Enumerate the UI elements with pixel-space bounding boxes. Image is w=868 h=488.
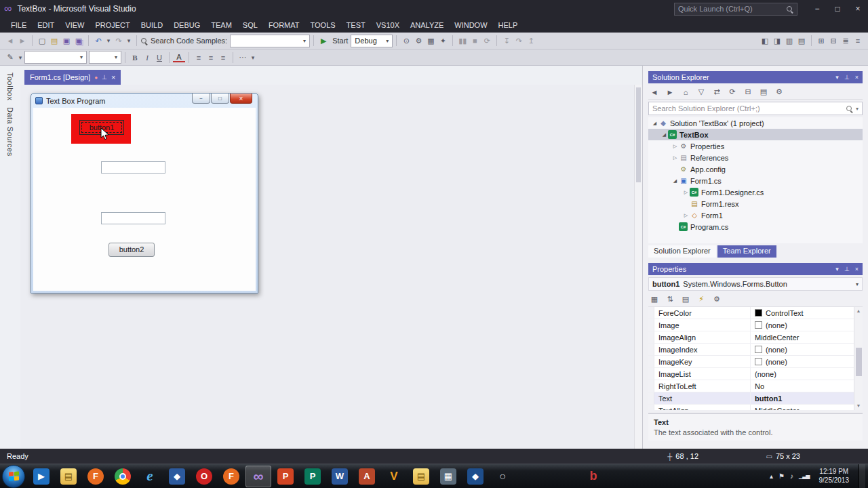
events-icon[interactable]: ⚡: [696, 292, 706, 306]
taskbar-word[interactable]: W: [327, 466, 353, 487]
chevron-collapsed-icon[interactable]: ▷: [671, 155, 679, 161]
scroll-up-icon[interactable]: ▲: [856, 307, 861, 315]
extension-icon[interactable]: ✦: [437, 34, 449, 47]
attach-process-icon[interactable]: ⊙: [400, 34, 412, 47]
properties-header[interactable]: Properties ▾ ⊥ ×: [648, 263, 863, 275]
designed-form-window[interactable]: Text Box Program − □ × button1: [31, 93, 258, 293]
sidebar-tab-toolbox[interactable]: Toolbox: [6, 73, 14, 100]
chevron-expanded-icon[interactable]: ◢: [651, 121, 658, 126]
tree-item-properties[interactable]: ▷ ⚙ Properties: [648, 140, 863, 152]
property-row-imagelist[interactable]: ImageList (none): [648, 368, 854, 380]
taskbar-folder[interactable]: ▤: [408, 466, 434, 487]
menu-item-window[interactable]: WINDOW: [449, 18, 492, 33]
redo-dropdown-icon[interactable]: ▾: [125, 34, 133, 47]
chevron-collapsed-icon[interactable]: ▷: [671, 144, 679, 149]
menu-item-debug[interactable]: DEBUG: [168, 18, 205, 33]
pin-icon[interactable]: ⊥: [844, 74, 850, 81]
property-row-textalign[interactable]: TextAlign MiddleCenter: [648, 405, 854, 410]
make-same-height-icon[interactable]: ⊟: [827, 34, 840, 47]
show-desktop-button[interactable]: [859, 464, 865, 488]
property-value[interactable]: MiddleCenter: [751, 405, 854, 410]
taskbar-v-app[interactable]: V: [381, 466, 407, 487]
pause-icon[interactable]: ▮▮: [456, 34, 469, 47]
font-size-combo[interactable]: ▾: [89, 51, 121, 64]
forward-icon[interactable]: ►: [665, 85, 675, 99]
align-right-icon[interactable]: ≡: [217, 51, 229, 64]
quick-launch-input[interactable]: [678, 5, 786, 13]
pin-icon[interactable]: ⊥: [844, 266, 850, 272]
taskbar-internet-explorer[interactable]: e: [137, 466, 163, 487]
font-color-icon[interactable]: A: [173, 52, 185, 62]
quick-launch-box[interactable]: [674, 3, 797, 16]
show-hidden-icons-icon[interactable]: ▴: [770, 472, 773, 480]
taskbar-media-player[interactable]: ▶: [28, 466, 54, 487]
minimize-button[interactable]: −: [807, 0, 827, 18]
property-value[interactable]: No: [751, 380, 854, 392]
form-client-area[interactable]: button1 button2: [33, 108, 256, 291]
taskbar-windows-explorer[interactable]: ▤: [56, 466, 81, 487]
step-into-icon[interactable]: ↧: [500, 34, 513, 47]
options-gear-icon[interactable]: ⚙: [412, 34, 425, 47]
refresh-icon[interactable]: ⟳: [728, 85, 737, 99]
form-maximize-button[interactable]: □: [211, 94, 229, 104]
network-icon[interactable]: ▁▃▅: [799, 473, 809, 479]
step-over-icon[interactable]: ↷: [513, 34, 525, 47]
scrollbar-thumb[interactable]: [636, 87, 641, 182]
property-value[interactable]: (none): [751, 368, 854, 380]
sidebar-tab-data-sources[interactable]: Data Sources: [6, 107, 14, 157]
textbox1-control[interactable]: [101, 161, 165, 174]
menu-item-edit[interactable]: EDIT: [32, 18, 60, 33]
restart-icon[interactable]: ⟳: [481, 34, 493, 47]
window-menu-icon[interactable]: ▾: [835, 266, 839, 272]
start-debug-icon[interactable]: ▶: [317, 34, 330, 47]
make-same-width-icon[interactable]: ⊞: [815, 34, 827, 47]
property-row-righttoleft[interactable]: RightToLeft No: [648, 380, 854, 392]
alphabetical-icon[interactable]: ⇅: [665, 292, 675, 306]
tree-item-form1-resx[interactable]: ▤ Form1.resx: [648, 198, 863, 209]
close-button[interactable]: ×: [848, 0, 868, 18]
undo-dropdown-icon[interactable]: ▾: [104, 34, 113, 47]
align-left-icon[interactable]: ≡: [193, 51, 205, 64]
properties-gear-icon[interactable]: ⚙: [774, 85, 784, 99]
taskbar-calculator[interactable]: ▦: [435, 466, 461, 487]
property-value[interactable]: button1: [751, 392, 854, 404]
pin-icon[interactable]: ⊥: [102, 74, 107, 81]
window-menu-icon[interactable]: ▾: [835, 74, 839, 81]
navigate-forward-icon[interactable]: ►: [16, 34, 28, 47]
taskbar-opera[interactable]: O: [191, 466, 217, 487]
designer-surface[interactable]: Text Box Program − □ × button1: [20, 85, 634, 449]
menu-item-help[interactable]: HELP: [493, 18, 524, 33]
document-scrollbar[interactable]: [634, 85, 642, 449]
tab-form1-design[interactable]: Form1.cs [Design] ● ⊥ ×: [24, 70, 121, 85]
property-row-imagealign[interactable]: ImageAlign MiddleCenter: [648, 331, 854, 344]
taskbar-firefox[interactable]: F: [83, 466, 108, 487]
step-out-icon[interactable]: ↥: [525, 34, 537, 47]
align-center-icon[interactable]: ≡: [205, 51, 217, 64]
chevron-down-icon[interactable]: ▾: [249, 51, 257, 64]
taskbar-firefox-2[interactable]: F: [218, 466, 244, 487]
tree-item-app-config[interactable]: ⚙ App.config: [648, 163, 863, 175]
home-icon[interactable]: ⌂: [681, 85, 690, 99]
more-options-icon[interactable]: ⋯: [237, 51, 249, 64]
property-pages-icon[interactable]: ⚙: [712, 292, 722, 306]
tree-item-solution[interactable]: ◢ ◆ Solution 'TextBox' (1 project): [648, 117, 863, 129]
properties-object-selector[interactable]: button1 System.Windows.Forms.Button ▾: [648, 277, 863, 291]
bold-icon[interactable]: B: [129, 51, 141, 64]
chevron-down-icon[interactable]: ▾: [382, 38, 392, 44]
chevron-expanded-icon[interactable]: ◢: [671, 178, 679, 184]
taskbar-powerpoint[interactable]: P: [273, 466, 298, 487]
taskbar-clock[interactable]: 12:19 PM 9/25/2013: [819, 468, 850, 485]
action-center-flag-icon[interactable]: ⚑: [778, 472, 785, 480]
property-row-imagekey[interactable]: ImageKey (none): [648, 356, 854, 368]
textbox2-control[interactable]: [101, 212, 165, 224]
chevron-down-icon[interactable]: ▾: [111, 54, 121, 60]
chevron-down-icon[interactable]: ▾: [77, 54, 86, 60]
solution-explorer-header[interactable]: Solution Explorer ▾ ⊥ ×: [648, 71, 863, 83]
align-lefts-icon[interactable]: ◧: [759, 34, 771, 47]
save-icon[interactable]: ▣: [60, 34, 73, 47]
menu-item-sql[interactable]: SQL: [237, 18, 263, 33]
stop-icon[interactable]: ■: [469, 34, 481, 47]
taskbar-search-app[interactable]: ○: [490, 466, 515, 487]
menu-item-build[interactable]: BUILD: [136, 18, 168, 33]
chevron-down-icon[interactable]: ▾: [16, 51, 24, 64]
